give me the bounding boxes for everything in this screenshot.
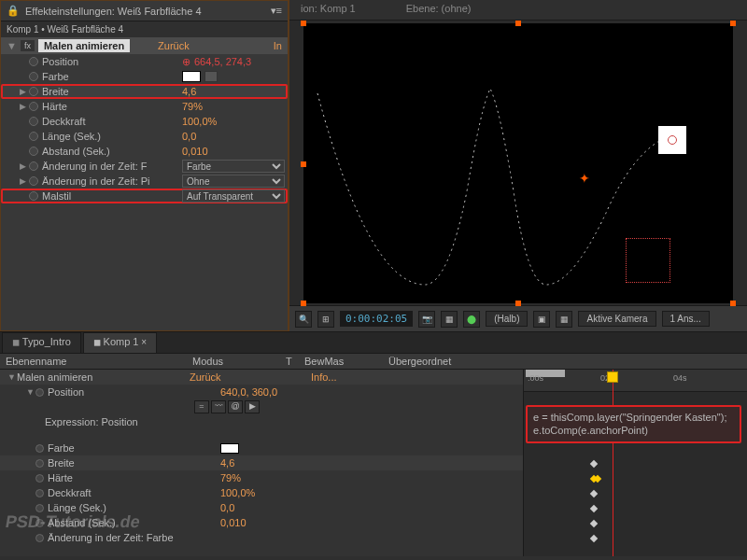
prop-aender-p: ▶Änderung in der Zeit: PiOhne bbox=[1, 174, 288, 189]
stopwatch-icon[interactable] bbox=[29, 87, 38, 96]
panel-title: Effekteinstellungen: Weiß Farbfläche 4 bbox=[25, 6, 202, 17]
stopwatch-icon[interactable] bbox=[35, 474, 44, 483]
tab-comp[interactable]: ion: Komp 1 bbox=[289, 0, 367, 20]
expr-enable-icon[interactable]: = bbox=[194, 400, 209, 413]
info-link[interactable]: In bbox=[274, 40, 282, 51]
resolution-dropdown[interactable]: (Halb) bbox=[486, 311, 528, 327]
col-t: T bbox=[280, 354, 299, 369]
tl-breite-row[interactable]: Breite4,6 bbox=[0, 455, 523, 470]
tl-expr-buttons: =〰@▶ bbox=[0, 399, 523, 414]
effect-name[interactable]: Malen animieren bbox=[38, 39, 130, 52]
tab-typo-intro[interactable]: ◼ Typo_Intro bbox=[2, 332, 81, 353]
keyframe-icon[interactable] bbox=[590, 520, 598, 527]
tl-position-row[interactable]: ▼Position640,0, 360,0 bbox=[0, 385, 523, 399]
color-swatch[interactable] bbox=[182, 71, 201, 82]
twirl-icon[interactable]: ▼ bbox=[7, 40, 17, 51]
stopwatch-icon[interactable] bbox=[29, 176, 38, 186]
lock-icon[interactable]: 🔒 bbox=[7, 5, 20, 17]
panel-menu-icon[interactable]: ▾≡ bbox=[271, 5, 282, 17]
selection-outline bbox=[626, 238, 670, 283]
fx-badge: fx bbox=[21, 40, 35, 51]
prop-haerte: ▶Härte79% bbox=[1, 99, 288, 114]
tl-deckkraft-row[interactable]: Deckkraft100,0% bbox=[0, 485, 523, 500]
stopwatch-icon[interactable] bbox=[35, 489, 44, 497]
col-name: Ebenenname bbox=[0, 354, 187, 369]
haerte-value[interactable]: 79% bbox=[182, 101, 203, 112]
stopwatch-icon[interactable] bbox=[29, 147, 38, 156]
prop-deckkraft: Deckkraft100,0% bbox=[1, 114, 288, 129]
stopwatch-icon[interactable] bbox=[35, 534, 44, 542]
stopwatch-icon[interactable] bbox=[29, 161, 38, 171]
snapshot-icon[interactable]: 📷 bbox=[418, 311, 435, 328]
stopwatch-icon[interactable] bbox=[35, 459, 44, 468]
views-dropdown[interactable]: 1 Ans... bbox=[662, 311, 710, 327]
composition-viewer[interactable]: ✦ bbox=[289, 21, 747, 305]
keyframe-icon[interactable] bbox=[590, 490, 598, 497]
prop-aender-f: ▶Änderung in der Zeit: FFarbe bbox=[1, 159, 288, 174]
keyframe-icon[interactable] bbox=[590, 505, 598, 512]
aender-f-select[interactable]: Farbe bbox=[182, 160, 285, 173]
transparency-icon[interactable]: ▦ bbox=[556, 311, 572, 328]
twirl-icon[interactable]: ▶ bbox=[20, 87, 29, 96]
expr-graph-icon[interactable]: 〰 bbox=[211, 400, 226, 413]
deckkraft-value[interactable]: 100,0% bbox=[182, 116, 217, 127]
target-icon[interactable]: ⊕ bbox=[182, 56, 190, 68]
stopwatch-icon[interactable] bbox=[29, 102, 38, 111]
current-time-indicator[interactable] bbox=[613, 370, 613, 556]
magnify-icon[interactable]: 🔍 bbox=[295, 311, 312, 328]
stopwatch-icon[interactable] bbox=[29, 117, 38, 126]
tab-komp-1[interactable]: ◼ Komp 1 × bbox=[83, 332, 157, 353]
col-parent: Übergeordnet bbox=[383, 354, 495, 369]
twirl-icon[interactable]: ▶ bbox=[20, 176, 29, 186]
time-ruler[interactable]: :00s 02s 04s bbox=[524, 370, 747, 392]
stopwatch-icon[interactable] bbox=[29, 57, 38, 66]
position-value[interactable]: 664,5, 274,3 bbox=[194, 56, 251, 67]
eyedropper-icon[interactable] bbox=[204, 71, 218, 82]
cti-head-icon[interactable] bbox=[607, 371, 618, 383]
tl-expression-label: Expression: Position bbox=[0, 414, 523, 429]
stopwatch-icon[interactable] bbox=[35, 504, 44, 512]
abstand-value[interactable]: 0,010 bbox=[182, 146, 208, 157]
keyframe-icon[interactable] bbox=[590, 460, 598, 468]
timecode[interactable]: 0:00:02:05 bbox=[340, 311, 413, 327]
color-swatch[interactable] bbox=[220, 443, 239, 454]
stopwatch-icon[interactable] bbox=[35, 444, 44, 453]
effects-panel-header: 🔒 Effekteinstellungen: Weiß Farbfläche 4… bbox=[1, 1, 288, 21]
expr-pickwhip-icon[interactable]: @ bbox=[228, 400, 243, 413]
breite-value[interactable]: 4,6 bbox=[182, 86, 196, 97]
tl-haerte-row[interactable]: Härte79% bbox=[0, 470, 523, 485]
layer-springender-kasten[interactable] bbox=[658, 126, 686, 154]
aender-p-select[interactable]: Ohne bbox=[182, 175, 285, 188]
twirl-icon[interactable]: ▶ bbox=[20, 161, 29, 171]
tl-farbe-row[interactable]: Farbe bbox=[0, 441, 523, 455]
tl-aender-row[interactable]: Änderung in der Zeit: Farbe bbox=[0, 530, 523, 545]
grid-icon[interactable]: ⊞ bbox=[317, 311, 334, 328]
reset-link[interactable]: Zurück bbox=[158, 40, 190, 51]
comp-anchor-icon: ✦ bbox=[579, 171, 588, 180]
prop-breite: ▶Breite4,6 bbox=[1, 84, 288, 99]
laenge-value[interactable]: 0,0 bbox=[182, 131, 196, 142]
stopwatch-icon[interactable] bbox=[29, 191, 38, 201]
keyframe-icon[interactable] bbox=[590, 535, 598, 542]
tab-layer[interactable]: Ebene: (ohne) bbox=[395, 0, 483, 20]
camera-dropdown[interactable]: Aktive Kamera bbox=[578, 311, 655, 327]
expr-menu-icon[interactable]: ▶ bbox=[245, 400, 260, 413]
prop-position: Position⊕664,5, 274,3 bbox=[1, 54, 288, 69]
rgb-icon[interactable]: ⬤ bbox=[463, 311, 480, 328]
tl-effect-row[interactable]: ▼Malen animierenZurückInfo... bbox=[0, 370, 523, 385]
col-bewmas: BewMas bbox=[299, 354, 383, 369]
stopwatch-icon[interactable] bbox=[35, 388, 44, 397]
prop-farbe: Farbe bbox=[1, 69, 288, 84]
stopwatch-icon[interactable] bbox=[29, 132, 38, 141]
expression-field[interactable]: e = thisComp.layer("Springender Kasten")… bbox=[526, 405, 741, 443]
col-mode: Modus bbox=[187, 354, 280, 369]
twirl-icon[interactable]: ▶ bbox=[20, 102, 29, 111]
malstil-select[interactable]: Auf Transparent bbox=[182, 189, 285, 203]
timeline-columns: Ebenenname Modus T BewMas Übergeordnet bbox=[0, 353, 747, 370]
effect-title-row: ▼ fx Malen animieren Zurück In bbox=[1, 37, 288, 54]
prop-laenge: Länge (Sek.)0,0 bbox=[1, 129, 288, 144]
channel-icon[interactable]: ▦ bbox=[441, 311, 458, 328]
roi-icon[interactable]: ▣ bbox=[533, 311, 550, 328]
stopwatch-icon[interactable] bbox=[29, 72, 38, 81]
anchor-icon bbox=[668, 135, 677, 145]
